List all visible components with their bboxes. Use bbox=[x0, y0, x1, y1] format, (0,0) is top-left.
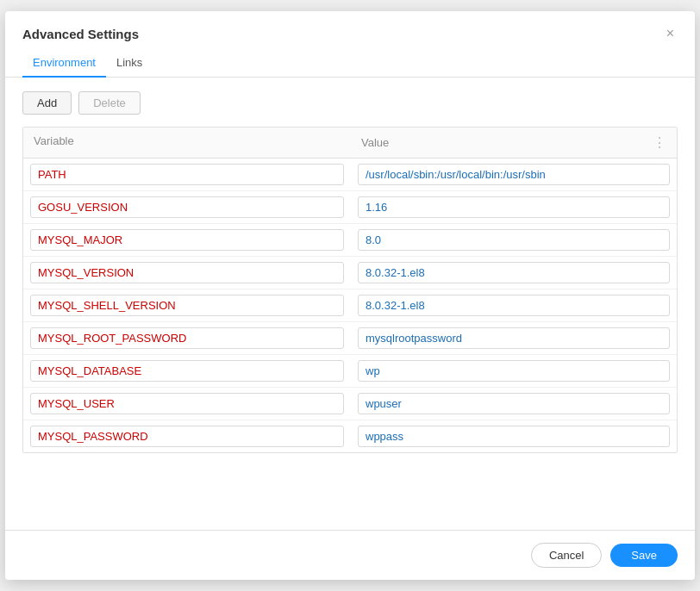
variable-input[interactable] bbox=[30, 295, 344, 316]
dialog-title: Advanced Settings bbox=[22, 27, 139, 41]
variable-input[interactable] bbox=[30, 360, 344, 382]
variable-cell bbox=[23, 388, 351, 420]
toolbar: Add Delete bbox=[22, 91, 678, 115]
table-row bbox=[23, 420, 677, 452]
dialog-footer: Cancel Save bbox=[5, 530, 695, 580]
value-input[interactable] bbox=[358, 426, 670, 447]
tabs-container: Environment Links bbox=[5, 49, 695, 78]
variable-cell bbox=[23, 322, 351, 354]
value-cell bbox=[351, 388, 677, 420]
variable-input[interactable] bbox=[30, 262, 344, 283]
save-button[interactable]: Save bbox=[610, 544, 678, 567]
table-row bbox=[23, 388, 677, 420]
dialog-header: Advanced Settings × bbox=[5, 11, 695, 42]
value-cell bbox=[351, 159, 677, 190]
variable-input[interactable] bbox=[30, 229, 344, 251]
table-row bbox=[23, 257, 677, 289]
table-row bbox=[23, 159, 677, 191]
variable-cell bbox=[23, 159, 351, 190]
table-body bbox=[23, 159, 677, 452]
tab-environment[interactable]: Environment bbox=[22, 49, 106, 78]
table-row bbox=[23, 224, 677, 257]
variable-cell bbox=[23, 257, 351, 289]
value-cell bbox=[351, 322, 677, 354]
dialog-body: Add Delete Variable Value ⋮ bbox=[5, 78, 695, 530]
value-cell bbox=[351, 224, 677, 256]
table-row bbox=[23, 289, 677, 322]
value-input[interactable] bbox=[358, 327, 670, 349]
cancel-button[interactable]: Cancel bbox=[531, 543, 602, 568]
variable-cell bbox=[23, 355, 351, 387]
value-cell bbox=[351, 420, 677, 452]
value-input[interactable] bbox=[358, 360, 670, 382]
value-cell bbox=[351, 191, 677, 223]
variable-cell bbox=[23, 289, 351, 321]
table-header: Variable Value ⋮ bbox=[23, 128, 677, 159]
value-input[interactable] bbox=[358, 262, 670, 283]
tab-links[interactable]: Links bbox=[106, 49, 153, 78]
value-input[interactable] bbox=[358, 295, 670, 316]
variable-cell bbox=[23, 191, 351, 223]
value-input[interactable] bbox=[358, 196, 670, 218]
delete-button[interactable]: Delete bbox=[78, 91, 141, 115]
variable-input[interactable] bbox=[30, 426, 344, 447]
variable-column-header: Variable bbox=[23, 134, 351, 151]
value-cell bbox=[351, 257, 677, 289]
variable-input[interactable] bbox=[30, 393, 344, 414]
advanced-settings-dialog: Advanced Settings × Environment Links Ad… bbox=[5, 11, 695, 580]
column-options-icon[interactable]: ⋮ bbox=[653, 134, 666, 151]
value-column-header: Value ⋮ bbox=[351, 134, 677, 151]
table-row bbox=[23, 322, 677, 355]
value-cell bbox=[351, 289, 677, 321]
env-table: Variable Value ⋮ bbox=[22, 127, 678, 453]
close-button[interactable]: × bbox=[663, 25, 678, 42]
variable-input[interactable] bbox=[30, 327, 344, 349]
variable-cell bbox=[23, 420, 351, 452]
table-row bbox=[23, 191, 677, 224]
table-row bbox=[23, 355, 677, 388]
add-button[interactable]: Add bbox=[22, 91, 72, 115]
variable-cell bbox=[23, 224, 351, 256]
value-cell bbox=[351, 355, 677, 387]
variable-input[interactable] bbox=[30, 196, 344, 218]
variable-input[interactable] bbox=[30, 164, 344, 185]
value-input[interactable] bbox=[358, 164, 670, 185]
value-input[interactable] bbox=[358, 229, 670, 251]
value-input[interactable] bbox=[358, 393, 670, 414]
